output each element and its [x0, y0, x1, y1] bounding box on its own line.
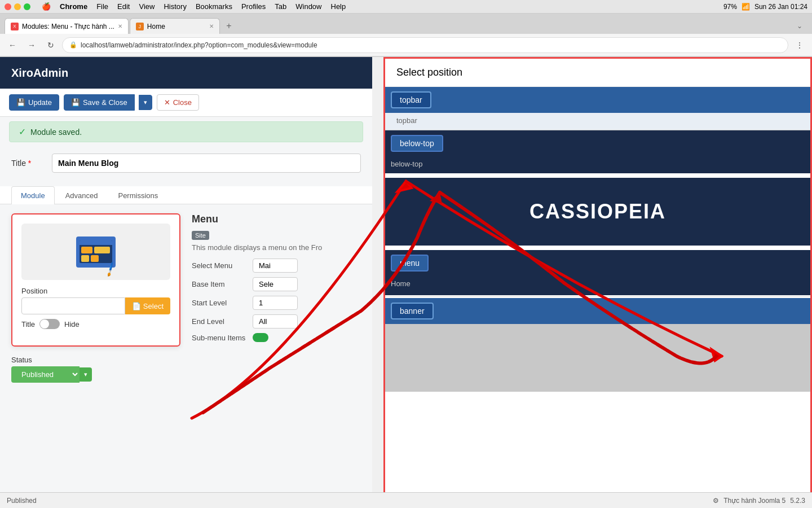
banner-position-row: banner	[385, 298, 810, 324]
macos-menubar: 🍎 Chrome File Edit View History Bookmark…	[0, 0, 812, 14]
module-content: 🖌️ Position 📄 Select T	[0, 204, 372, 356]
title-row: Title	[11, 154, 361, 173]
check-icon: ✓	[19, 126, 26, 137]
menubar-profiles[interactable]: Profiles	[241, 2, 266, 11]
admin-header: XiroAdmin	[0, 57, 372, 89]
site-badge: Site	[192, 231, 209, 240]
position-input[interactable]	[21, 297, 125, 314]
browser-tab-1[interactable]: X Modules: Menu - Thực hành ... ✕	[5, 18, 129, 34]
divider-1	[385, 296, 810, 297]
module-info: Menu Site This module displays a menu on…	[192, 213, 361, 347]
tab-expand-btn[interactable]: ⌄	[792, 18, 807, 34]
status-dropdown-arrow[interactable]: ▾	[80, 367, 92, 382]
select-position-btn[interactable]: 📄 Select	[125, 297, 170, 314]
position-field-row: Position 📄 Select	[21, 287, 170, 314]
menubar-tab[interactable]: Tab	[275, 2, 286, 11]
save-dropdown-btn[interactable]: ▾	[139, 95, 152, 110]
start-level-label: Start Level	[192, 299, 248, 307]
start-level-value: 1	[253, 296, 298, 310]
start-level-row: Start Level 1	[192, 296, 361, 310]
select-position-title: Select position	[385, 59, 810, 87]
select-menu-row: Select Menu Mai	[192, 259, 361, 273]
module-desc: This module displays a menu on the Fro	[192, 243, 361, 252]
address-bar[interactable]: 🔒 localhost/lamweb/administrator/index.p…	[62, 37, 788, 53]
select-menu-value: Mai	[253, 259, 298, 273]
sub-menu-label: Sub-menu Items	[192, 334, 248, 342]
menubar-history[interactable]: History	[164, 2, 186, 11]
tab2-close[interactable]: ✕	[209, 23, 214, 29]
save-close-label: Save & Close	[83, 98, 127, 107]
minimize-window-btn[interactable]	[14, 3, 21, 10]
menubar-view[interactable]: View	[139, 2, 155, 11]
end-level-value: All	[253, 314, 298, 329]
topbar-sublabel-row: topbar	[385, 113, 810, 130]
back-btn[interactable]: ←	[5, 37, 20, 53]
select-position-panel: Select position topbar topbar below-top …	[383, 57, 812, 508]
end-level-label: End Level	[192, 317, 248, 326]
admin-logo: XiroAdmin	[11, 67, 68, 80]
cassiopeia-text: CASSIOPEIA	[529, 200, 666, 224]
browser-nav-bar: ← → ↻ 🔒 localhost/lamweb/administrator/i…	[0, 34, 812, 56]
browser-chrome: X Modules: Menu - Thực hành ... ✕ J Home…	[0, 14, 812, 57]
menu-sublabel-row: Home	[385, 276, 810, 295]
lock-icon: 🔒	[69, 41, 77, 49]
menubar-window[interactable]: Window	[295, 2, 321, 11]
menubar-apple[interactable]: 🍎	[42, 2, 51, 11]
tab-permissions[interactable]: Permissions	[108, 186, 167, 204]
bottom-link[interactable]: Thực hành Joomla 5	[723, 497, 785, 505]
status-select-group: Published Unpublished ▾	[11, 366, 361, 383]
menu-btn[interactable]: menu	[391, 255, 429, 271]
title-input[interactable]	[52, 154, 361, 173]
topbar-position-row: topbar	[385, 87, 810, 113]
menubar-chrome[interactable]: Chrome	[60, 2, 87, 11]
reload-btn[interactable]: ↻	[43, 37, 59, 53]
browser-tab-2[interactable]: J Home ✕	[130, 18, 220, 34]
status-dropdown[interactable]: Published Unpublished	[11, 366, 80, 383]
title-field-label: Title	[21, 320, 35, 329]
menubar-file[interactable]: File	[96, 2, 108, 11]
below-top-position-row: below-top	[385, 130, 810, 156]
close-btn[interactable]: ✕ Close	[157, 94, 199, 111]
menubar-edit[interactable]: Edit	[117, 2, 130, 11]
extensions-btn[interactable]: ⋮	[792, 37, 807, 53]
sub-menu-row: Sub-menu Items	[192, 333, 361, 342]
admin-panel: XiroAdmin 💾 Update 💾 Save & Close ▾ ✕ Cl…	[0, 57, 372, 508]
position-input-group: 📄 Select	[21, 297, 170, 314]
content-area: XiroAdmin 💾 Update 💾 Save & Close ▾ ✕ Cl…	[0, 57, 812, 508]
save-close-btn[interactable]: 💾 Save & Close	[64, 94, 135, 111]
title-toggle[interactable]	[39, 319, 60, 329]
below-top-btn[interactable]: below-top	[391, 135, 443, 152]
form-section: Title	[0, 147, 372, 186]
tab2-label: Home	[147, 23, 165, 30]
select-label: Select	[143, 302, 164, 310]
sub-menu-toggle[interactable]	[253, 333, 268, 342]
topbar-btn[interactable]: topbar	[391, 91, 431, 108]
menubar-battery: 97%	[723, 3, 737, 11]
menu-position-row: menu	[385, 250, 810, 276]
hide-label: Hide	[64, 320, 80, 329]
tabs-bar: Module Advanced Permissions	[0, 186, 372, 204]
save-icon: 💾	[16, 98, 25, 107]
base-item-row: Base Item Sele	[192, 277, 361, 291]
banner-btn[interactable]: banner	[391, 303, 434, 319]
tab-module[interactable]: Module	[11, 186, 55, 204]
menubar-help[interactable]: Help	[331, 2, 346, 11]
fullscreen-window-btn[interactable]	[24, 3, 30, 10]
menubar-bookmarks[interactable]: Bookmarks	[196, 2, 232, 11]
new-tab-btn[interactable]: +	[221, 18, 237, 34]
success-message: Module saved.	[30, 128, 82, 137]
close-window-btn[interactable]	[5, 3, 11, 10]
forward-btn[interactable]: →	[24, 37, 39, 53]
update-label: Update	[28, 98, 52, 107]
module-illustration: 🖌️	[76, 237, 116, 268]
tab1-favicon: X	[11, 23, 19, 30]
close-icon: ✕	[164, 98, 170, 107]
module-position-card: 🖌️ Position 📄 Select T	[11, 213, 180, 347]
update-btn[interactable]: 💾 Update	[9, 94, 59, 111]
tab2-favicon: J	[136, 23, 144, 30]
tab-advanced[interactable]: Advanced	[56, 186, 108, 204]
tab1-close[interactable]: ✕	[118, 23, 122, 29]
browser-tab-bar: X Modules: Menu - Thực hành ... ✕ J Home…	[0, 14, 812, 34]
gear-icon[interactable]: ⚙	[713, 497, 719, 505]
window-controls	[5, 3, 30, 10]
